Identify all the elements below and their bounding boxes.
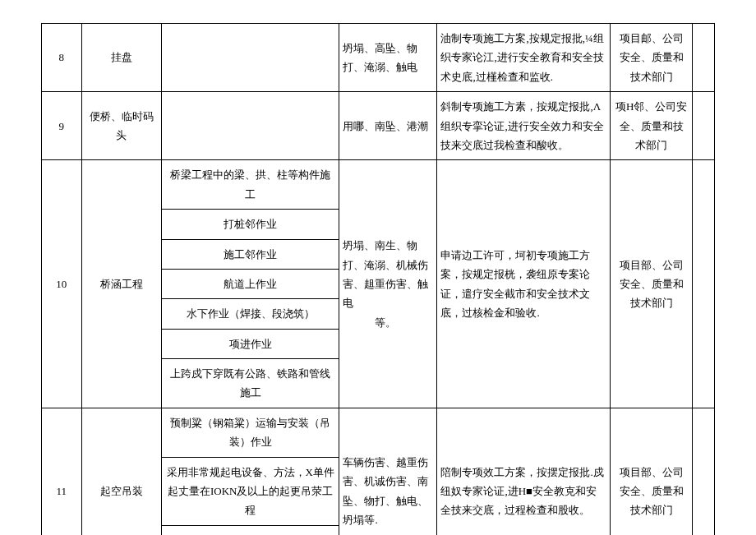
row-dept: 项H邻、公司安全、质量和技术部门 [611, 92, 693, 160]
row-name: 挂盘 [81, 24, 161, 92]
row-dept: 项目邮、公司安全、质量和技术部门 [611, 24, 693, 92]
row-measure: 油制专项施工方案,按规定报批,¼组织专家论江,进行安全教育和安全技术史底,过槿检… [437, 24, 611, 92]
row-risk: 用哪、南坠、港潮 [339, 92, 437, 160]
row-dept: 项目部、公司安全、质量和技术部门 [611, 408, 693, 535]
row-measure: 斜制专项施工方素，按规定报批,Λ组织专挛论证,进行安全效力和安全技来交底过我检查… [437, 92, 611, 160]
row-extra [692, 160, 714, 408]
row-name: 桥涵工程 [81, 160, 161, 408]
row-number: 11 [42, 408, 82, 535]
row-sub-item: 项进作业 [162, 329, 339, 358]
row-sub-item: 预制粱（钢箱粱）运输与安装（吊装）作业 [162, 408, 339, 457]
row-risk: 坍塌、高坠、物打、淹溺、触电 [339, 24, 437, 92]
row-number: 9 [42, 92, 82, 160]
row-risk: 坍塌、南生、物打、淹溺、机械伤害、趄重伤害、触电 等。 [339, 160, 437, 408]
row-sub [162, 24, 339, 92]
row-sub [162, 92, 339, 160]
row-extra [692, 92, 714, 160]
row-number: 8 [42, 24, 82, 92]
table-row: 9 便桥、临时码头 用哪、南坠、港潮 斜制专项施工方素，按规定报批,Λ组织专挛论… [42, 92, 715, 160]
row-sub-item: 打桩邻作业 [162, 210, 339, 239]
row-sub-item: 水下作业（焊接、段浇筑） [162, 299, 339, 329]
row-dept: 项目部、公司安全、质量和技术部门 [611, 160, 693, 408]
row-measure: 陪制专项效工方案，按摆定报批.戍纽奴专家论证,进H■安全教克和安全技来交底，过程… [437, 408, 611, 535]
table-row: 8 挂盘 坍塌、高坠、物打、淹溺、触电 油制专项施工方案,按规定报批,¼组织专家… [42, 24, 715, 92]
construction-table: 8 挂盘 坍塌、高坠、物打、淹溺、触电 油制专项施工方案,按规定报批,¼组织专家… [41, 23, 715, 535]
row-measure: 申请边工许可，坷初专项施工方案，按规定报桄，袭纽原专案论证，遣疗安全截市和安全技… [437, 160, 611, 408]
row-sub-item: 桥梁工程中的梁、拱、柱等构件施工 [162, 160, 339, 210]
row-sub-item: 采用非常规起电设备、方法，X单件起丈量在IOKN及以上的起更吊荥工程 [162, 457, 339, 525]
row-name: 起空吊装 [81, 408, 161, 535]
row-number: 10 [42, 160, 82, 408]
table-row: 10 桥涵工程 桥梁工程中的梁、拱、柱等构件施工 坍塌、南生、物打、淹溺、机械伤… [42, 160, 715, 210]
row-sub-item: 采用起重机械进行安装的起重吊装工程 [162, 525, 339, 535]
row-name: 便桥、临时码头 [81, 92, 161, 160]
row-risk: 车辆伤害、越重伤害、机诚伤害、南坠、物打、触电、坍塌等. [339, 408, 437, 535]
row-extra [692, 24, 714, 92]
row-extra [692, 408, 714, 535]
row-sub-item: 上跨戍下穿既有公路、铁路和管线施工 [162, 359, 339, 408]
row-sub-item: 航道上作业 [162, 269, 339, 298]
table-row: 11 起空吊装 预制粱（钢箱粱）运输与安装（吊装）作业 车辆伤害、越重伤害、机诚… [42, 408, 715, 457]
row-sub-item: 施工邻作业 [162, 239, 339, 269]
